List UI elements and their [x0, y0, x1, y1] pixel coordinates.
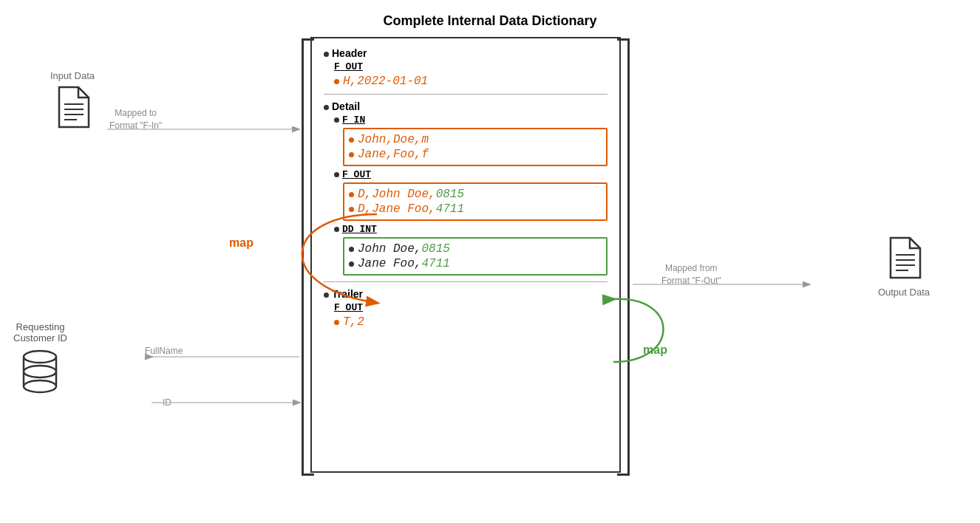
- trailer-fout: F_OUT T,2: [334, 302, 608, 329]
- detail-title: Detail: [324, 100, 608, 112]
- header-title: Header: [324, 47, 608, 59]
- svg-point-8: [24, 351, 56, 363]
- input-data-label: Input Data: [50, 70, 95, 81]
- output-data-area: Output Data: [878, 236, 930, 298]
- detail-section: Detail F IN John,Doe,m Jane,Foo,f: [324, 100, 608, 276]
- map-label-orange: map: [229, 236, 253, 250]
- header-fout-title: F_OUT: [334, 61, 608, 72]
- mapped-to-fin-label: Mapped toFormat "F-In": [109, 107, 162, 132]
- mapped-from-fout-label: Mapped fromFormat "F-Out": [661, 262, 721, 287]
- fout-values-box: D,John Doe,0815 D,Jane Foo,4711: [343, 182, 608, 221]
- trailer-section: Trailer F_OUT T,2: [324, 288, 608, 329]
- customer-id-area: RequestingCustomer ID: [13, 321, 67, 398]
- output-data-label: Output Data: [878, 287, 930, 298]
- trailer-title: Trailer: [324, 288, 608, 300]
- trailer-fout-title: F_OUT: [334, 302, 608, 313]
- document-icon: [55, 86, 90, 129]
- dictionary-box: Header F_OUT H,2022-01-01 Detail F IN: [310, 37, 621, 473]
- header-section: Header F_OUT H,2022-01-01: [324, 47, 608, 88]
- fullname-label: FullName: [145, 346, 183, 356]
- detail-ddint: DD_INT John Doe,0815 Jane Foo,4711: [334, 224, 608, 276]
- header-fout: F_OUT H,2022-01-01: [334, 61, 608, 88]
- detail-fout-title: F OUT: [334, 169, 608, 180]
- header-fout-value: H,2022-01-01: [334, 75, 608, 88]
- ddint-values-box: John Doe,0815 Jane Foo,4711: [343, 237, 608, 276]
- id-label: ID: [163, 397, 171, 408]
- map-label-green: map: [643, 343, 667, 357]
- customer-id-label: RequestingCustomer ID: [13, 321, 67, 343]
- database-icon: [19, 348, 61, 395]
- diagram-container: Complete Internal Data Dictionary Input …: [0, 0, 980, 523]
- detail-fout: F OUT D,John Doe,0815 D,Jane Foo,4711: [334, 169, 608, 221]
- page-title: Complete Internal Data Dictionary: [383, 13, 596, 29]
- output-document-icon: [886, 236, 922, 279]
- input-data-area: Input Data: [50, 70, 95, 131]
- svg-point-10: [24, 380, 56, 392]
- detail-ddint-title: DD_INT: [334, 224, 608, 235]
- svg-point-9: [24, 366, 56, 377]
- detail-fin-title: F IN: [334, 114, 608, 126]
- detail-fin: F IN John,Doe,m Jane,Foo,f: [334, 114, 608, 166]
- fin-values-box: John,Doe,m Jane,Foo,f: [343, 128, 608, 166]
